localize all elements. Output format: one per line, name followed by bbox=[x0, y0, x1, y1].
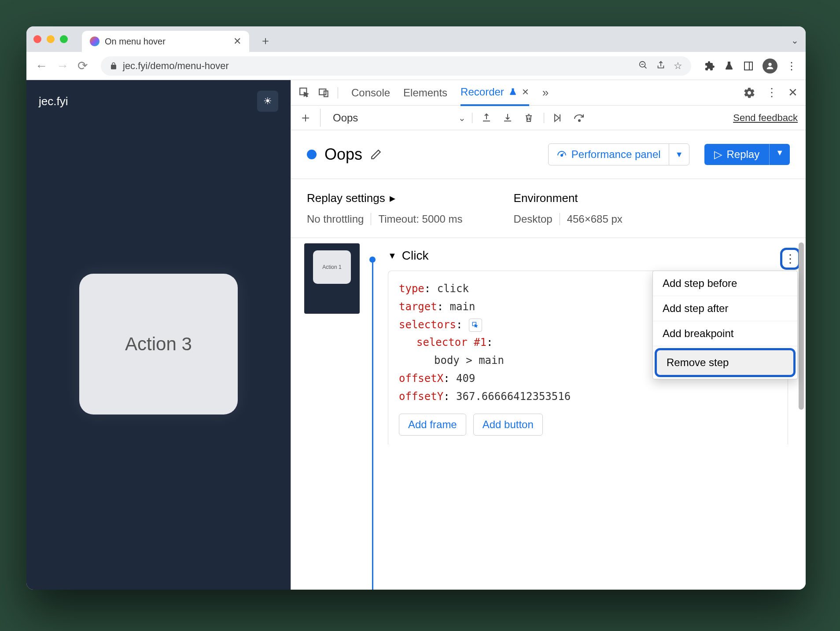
continue-icon[interactable] bbox=[544, 113, 564, 123]
settings-gear-icon[interactable] bbox=[743, 87, 755, 99]
devtools-panel: Console Elements Recorder ✕ » ⋮ ✕ bbox=[291, 80, 806, 590]
gauge-icon bbox=[556, 149, 567, 160]
tabs-dropdown-button[interactable]: ⌄ bbox=[791, 35, 799, 46]
site-title: jec.fyi bbox=[39, 95, 68, 108]
tab-elements[interactable]: Elements bbox=[403, 81, 447, 105]
replay-dropdown[interactable]: ▼ bbox=[770, 144, 790, 165]
prop-key-offsety: offsetY bbox=[399, 390, 443, 403]
recording-status-dot bbox=[307, 150, 317, 159]
extensions-icon[interactable] bbox=[704, 61, 715, 71]
performance-panel-dropdown[interactable]: ▼ bbox=[669, 146, 689, 164]
performance-panel-label: Performance panel bbox=[571, 148, 661, 161]
export-icon[interactable] bbox=[480, 113, 493, 123]
sun-icon: ☀ bbox=[263, 95, 272, 107]
labs-icon[interactable] bbox=[724, 61, 734, 71]
browser-menu-button[interactable]: ⋮ bbox=[786, 60, 797, 72]
send-feedback-link[interactable]: Send feedback bbox=[733, 112, 798, 124]
more-tabs-button[interactable]: » bbox=[542, 86, 549, 99]
prop-val-selector1[interactable]: body > main bbox=[434, 354, 504, 367]
prop-val-type[interactable]: click bbox=[437, 282, 469, 295]
settings-row: Replay settings ▸ No throttling Timeout:… bbox=[291, 179, 806, 238]
selector-picker-icon[interactable] bbox=[469, 319, 482, 332]
replay-label: Replay bbox=[726, 148, 759, 161]
page-header: jec.fyi ☀ bbox=[26, 80, 291, 122]
reader-icon[interactable] bbox=[743, 61, 754, 71]
thumbnail-label: Action 1 bbox=[313, 250, 351, 284]
replay-settings-label: Replay settings bbox=[307, 191, 385, 205]
device-value: Desktop bbox=[514, 213, 560, 225]
step-name: Click bbox=[402, 249, 429, 263]
tab-recorder-label: Recorder bbox=[461, 86, 504, 98]
tab-recorder-close[interactable]: ✕ bbox=[522, 87, 529, 97]
step-header[interactable]: ▼ Click bbox=[388, 249, 788, 263]
recording-header: Oops Performance panel ▼ ▷ bbox=[291, 130, 806, 179]
add-frame-button[interactable]: Add frame bbox=[399, 414, 466, 436]
prop-val-offsetx[interactable]: 409 bbox=[456, 372, 475, 385]
menu-add-breakpoint[interactable]: Add breakpoint bbox=[653, 321, 797, 346]
favicon bbox=[90, 37, 99, 46]
tab-bar: On menu hover ✕ ＋ ⌄ bbox=[26, 26, 806, 52]
environment-settings: Environment Desktop 456×685 px bbox=[514, 191, 630, 225]
devtools-close-button[interactable]: ✕ bbox=[788, 86, 798, 99]
add-button-button[interactable]: Add button bbox=[473, 414, 543, 436]
prop-val-offsety[interactable]: 367.66666412353516 bbox=[456, 390, 571, 403]
prop-key-type: type bbox=[399, 282, 424, 295]
prop-key-target: target bbox=[399, 301, 437, 313]
step-menu-button[interactable]: ⋮ bbox=[780, 248, 800, 270]
replay-settings-heading[interactable]: Replay settings ▸ bbox=[307, 191, 470, 205]
devtools-menu-button[interactable]: ⋮ bbox=[766, 86, 777, 99]
step-thumbnail[interactable]: Action 1 bbox=[304, 243, 360, 314]
browser-window: On menu hover ✕ ＋ ⌄ ← → ⟳ jec.fyi/demo/m… bbox=[26, 26, 806, 590]
replay-settings: Replay settings ▸ No throttling Timeout:… bbox=[307, 191, 470, 225]
recording-selector-name[interactable]: Oops bbox=[328, 112, 362, 124]
timeline-line bbox=[372, 263, 373, 590]
back-button[interactable]: ← bbox=[35, 59, 48, 73]
menu-add-step-before[interactable]: Add step before bbox=[653, 271, 797, 296]
svg-rect-3 bbox=[744, 62, 752, 70]
omnibox-icons: ☆ bbox=[638, 60, 682, 72]
close-window-button[interactable] bbox=[33, 35, 41, 43]
throttling-value: No throttling bbox=[307, 213, 371, 225]
inspect-icon[interactable] bbox=[299, 87, 310, 99]
performance-panel-button[interactable]: Performance panel ▼ bbox=[548, 143, 690, 165]
recording-selector-dropdown[interactable]: ⌄ bbox=[458, 113, 472, 123]
edit-title-button[interactable] bbox=[370, 149, 382, 160]
reload-button[interactable]: ⟳ bbox=[77, 59, 88, 73]
step-over-icon[interactable] bbox=[572, 113, 586, 123]
tab-console[interactable]: Console bbox=[351, 81, 390, 105]
flask-icon bbox=[508, 88, 517, 96]
delete-icon[interactable] bbox=[523, 113, 535, 123]
menu-add-step-after[interactable]: Add step after bbox=[653, 296, 797, 321]
share-icon[interactable] bbox=[656, 60, 666, 72]
prop-val-target[interactable]: main bbox=[450, 301, 475, 313]
theme-toggle-button[interactable]: ☀ bbox=[257, 91, 278, 112]
tab-title: On menu hover bbox=[105, 37, 228, 47]
thumbnail-column: Action 1 bbox=[304, 243, 366, 590]
minimize-window-button[interactable] bbox=[47, 35, 55, 43]
menu-remove-step[interactable]: Remove step bbox=[655, 348, 796, 377]
bookmark-star-icon[interactable]: ☆ bbox=[674, 60, 682, 72]
replay-button[interactable]: ▷ Replay ▼ bbox=[704, 144, 790, 165]
zoom-icon[interactable] bbox=[638, 60, 648, 72]
environment-heading: Environment bbox=[514, 191, 630, 205]
import-icon[interactable] bbox=[501, 113, 514, 123]
tab-recorder[interactable]: Recorder ✕ bbox=[461, 80, 529, 106]
device-toggle-icon[interactable] bbox=[318, 87, 330, 99]
maximize-window-button[interactable] bbox=[60, 35, 68, 43]
traffic-lights bbox=[33, 35, 68, 43]
scrollbar[interactable] bbox=[799, 242, 804, 410]
lock-icon bbox=[110, 62, 118, 70]
tab-close-button[interactable]: ✕ bbox=[233, 36, 241, 47]
browser-tab[interactable]: On menu hover ✕ bbox=[82, 31, 249, 52]
recorder-toolbar: ＋ Oops ⌄ bbox=[291, 106, 806, 130]
devtools-tabs: Console Elements Recorder ✕ » ⋮ ✕ bbox=[291, 80, 806, 106]
url-text: jec.fyi/demo/menu-hover bbox=[123, 60, 633, 72]
step-context-menu: Add step before Add step after Add break… bbox=[652, 271, 798, 379]
forward-button[interactable]: → bbox=[56, 59, 69, 73]
action-card[interactable]: Action 3 bbox=[79, 274, 238, 415]
address-bar: ← → ⟳ jec.fyi/demo/menu-hover ☆ bbox=[26, 52, 806, 80]
omnibox[interactable]: jec.fyi/demo/menu-hover ☆ bbox=[101, 56, 691, 76]
new-recording-button[interactable]: ＋ bbox=[299, 109, 321, 127]
new-tab-button[interactable]: ＋ bbox=[260, 33, 271, 48]
profile-avatar-icon[interactable] bbox=[763, 59, 777, 73]
